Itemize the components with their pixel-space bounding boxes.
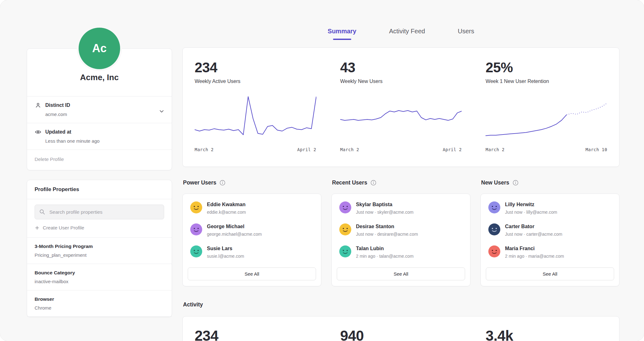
chart-x-axis: March 2 April 2 bbox=[195, 147, 316, 152]
user-meta: Just now · skyler@acme.com bbox=[356, 210, 414, 215]
user-name: Carter Bator bbox=[505, 223, 562, 229]
power-users-header: Power Users bbox=[182, 179, 321, 186]
chart-x-axis: March 2 March 10 bbox=[486, 147, 607, 152]
user-avatar-face bbox=[488, 245, 500, 257]
property-name: 3-Month Pricing Program bbox=[35, 244, 164, 249]
user-row-lilly-herwitz[interactable]: Lilly Herwitz Just now · lilly@acme.com bbox=[481, 197, 619, 219]
user-name: Eddie Kwakman bbox=[207, 201, 246, 207]
user-avatar-face bbox=[190, 223, 202, 235]
week1-retention-chart bbox=[486, 94, 607, 143]
updated-at-row: Updated at Less than one minute ago bbox=[27, 123, 172, 150]
create-user-profile-button[interactable]: Create User Profile bbox=[35, 225, 164, 237]
user-row-eddie-kwakman[interactable]: Eddie Kwakman eddie.k@acme.com bbox=[183, 197, 321, 219]
updated-at-label: Updated at bbox=[45, 129, 71, 135]
app-window: Ac Acme, Inc Distinct ID acme.com bbox=[0, 0, 644, 341]
user-avatar-face bbox=[190, 245, 202, 257]
search-profile-properties-input[interactable] bbox=[35, 205, 164, 219]
metric-label: Weekly New Users bbox=[340, 79, 462, 84]
activity-value: 3.4k bbox=[486, 327, 607, 341]
profile-properties-card: Profile Properties Create User Profile 3… bbox=[27, 180, 172, 317]
activity-section: Activity 234 940 3.4k bbox=[182, 301, 619, 341]
user-meta: Just now · desirare@acme.com bbox=[356, 232, 418, 237]
active-tab-underline bbox=[333, 39, 351, 40]
main-content: Summary Activity Feed Users 234 Weekly A… bbox=[182, 28, 619, 341]
user-meta: eddie.k@acme.com bbox=[207, 210, 246, 215]
user-meta: susie.l@acme.com bbox=[207, 254, 244, 259]
search-icon bbox=[39, 208, 46, 215]
user-row-skylar-baptista[interactable]: Skylar Baptista Just now · skyler@acme.c… bbox=[332, 197, 470, 219]
user-avatar-face bbox=[488, 223, 500, 235]
user-name: Talan Lubin bbox=[356, 245, 414, 251]
property-row-bounce-category[interactable]: Bounce Category inactive-mailbox bbox=[27, 264, 172, 290]
tab-activity-feed-label: Activity Feed bbox=[389, 28, 425, 35]
axis-end-label: April 2 bbox=[443, 147, 462, 152]
activity-metric-3: 3.4k bbox=[474, 327, 619, 341]
chevron-down-icon[interactable] bbox=[158, 107, 165, 115]
tab-users[interactable]: Users bbox=[458, 28, 474, 40]
info-icon[interactable] bbox=[513, 180, 519, 186]
recent-users-see-all-button[interactable]: See All bbox=[337, 267, 465, 280]
delete-profile-button[interactable]: Delete Profile bbox=[27, 150, 172, 170]
distinct-id-row: Distinct ID acme.com bbox=[27, 96, 172, 123]
updated-at-value: Less than one minute ago bbox=[45, 138, 164, 144]
create-user-profile-label: Create User Profile bbox=[43, 225, 84, 231]
user-row-desirae-stanton[interactable]: Desirae Stanton Just now · desirare@acme… bbox=[332, 219, 470, 241]
distinct-id-value: acme.com bbox=[45, 112, 164, 117]
activity-title: Activity bbox=[182, 301, 619, 308]
tab-activity-feed[interactable]: Activity Feed bbox=[389, 28, 425, 40]
company-avatar-initials: Ac bbox=[92, 42, 107, 55]
summary-metrics-card: 234 Weekly Active Users March 2 April 2 … bbox=[182, 47, 619, 167]
user-avatar-face bbox=[190, 201, 202, 213]
user-name: Lilly Herwitz bbox=[505, 201, 557, 207]
property-row-browser[interactable]: Browser Chrome bbox=[27, 290, 172, 317]
power-users-see-all-button[interactable]: See All bbox=[188, 267, 316, 280]
user-row-susie-lars[interactable]: Susie Lars susie.l@acme.com bbox=[183, 241, 321, 263]
user-row-george-michael[interactable]: George Michael george.michael@acme.com bbox=[183, 219, 321, 241]
property-name: Bounce Category bbox=[35, 270, 164, 276]
tab-summary-label: Summary bbox=[328, 28, 356, 35]
distinct-id-label: Distinct ID bbox=[45, 102, 70, 108]
activity-metric-2: 940 bbox=[328, 327, 474, 341]
user-lists-row: Power Users bbox=[182, 179, 619, 286]
recent-users-title: Recent Users bbox=[332, 179, 367, 186]
user-name: Desirae Stanton bbox=[356, 223, 418, 229]
property-name: Browser bbox=[35, 296, 164, 302]
profile-properties-title: Profile Properties bbox=[27, 180, 172, 199]
weekly-new-users-chart bbox=[340, 94, 462, 143]
user-row-maria-franci[interactable]: Maria Franci 2 min ago · maria@acme.com bbox=[481, 241, 619, 263]
user-avatar-face bbox=[339, 201, 351, 213]
axis-start-label: March 2 bbox=[195, 147, 214, 152]
info-icon[interactable] bbox=[219, 180, 225, 186]
property-value: Chrome bbox=[35, 305, 164, 311]
axis-end-label: April 2 bbox=[297, 147, 316, 152]
plus-icon bbox=[35, 225, 40, 230]
tab-summary[interactable]: Summary bbox=[328, 28, 356, 40]
info-icon[interactable] bbox=[370, 180, 376, 186]
user-avatar-face bbox=[488, 201, 500, 213]
metric-weekly-new-users: 43 Weekly New Users March 2 April 2 bbox=[328, 60, 474, 152]
metric-label: Week 1 New User Retention bbox=[486, 79, 607, 84]
recent-users-card: Skylar Baptista Just now · skyler@acme.c… bbox=[331, 194, 470, 286]
property-value: inactive-mailbox bbox=[35, 279, 164, 284]
user-row-carter-bator[interactable]: Carter Bator Just now · carter@acme.com bbox=[481, 219, 619, 241]
user-name: Skylar Baptista bbox=[356, 201, 414, 207]
new-users-section: New Users Li bbox=[480, 179, 619, 286]
chart-x-axis: March 2 April 2 bbox=[340, 147, 462, 152]
power-users-section: Power Users bbox=[182, 179, 321, 286]
property-value: Pricing_plan_experiment bbox=[35, 252, 164, 258]
new-users-see-all-button[interactable]: See All bbox=[486, 267, 614, 280]
user-name: Susie Lars bbox=[207, 245, 244, 251]
user-meta: george.michael@acme.com bbox=[207, 232, 262, 237]
metric-weekly-active-users: 234 Weekly Active Users March 2 April 2 bbox=[183, 60, 328, 152]
activity-metric-1: 234 bbox=[183, 327, 328, 341]
user-avatar-face bbox=[339, 245, 351, 257]
property-row-pricing-program[interactable]: 3-Month Pricing Program Pricing_plan_exp… bbox=[27, 238, 172, 264]
power-users-title: Power Users bbox=[183, 179, 216, 186]
activity-card: 234 940 3.4k bbox=[182, 316, 619, 341]
metric-value: 234 bbox=[195, 60, 316, 75]
new-users-header: New Users bbox=[480, 179, 619, 186]
new-users-card: Lilly Herwitz Just now · lilly@acme.com … bbox=[480, 194, 619, 286]
eye-icon bbox=[35, 129, 42, 135]
user-row-talan-lubin[interactable]: Talan Lubin 2 min ago · talan@acme.com bbox=[332, 241, 470, 263]
user-meta: 2 min ago · maria@acme.com bbox=[505, 254, 564, 259]
